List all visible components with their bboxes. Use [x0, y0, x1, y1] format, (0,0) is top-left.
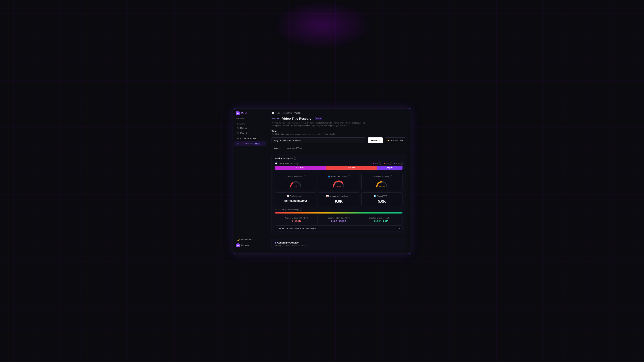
legend-item-1: 40% i — [384, 162, 392, 165]
legend-item-2: 20% i — [394, 162, 402, 165]
theme-icon: 🌙 — [237, 238, 240, 241]
cluster-label: Add to Cluster — [391, 139, 404, 142]
market-analysis-card: Market Analysis i 🕐 Typical Video Length… — [272, 154, 406, 235]
breadcrumb: ⬜ Home › Research › Validate — [272, 112, 406, 114]
page-header: research / Video Title Research BETA Pro… — [272, 117, 406, 127]
sidebar-item-content-clusters[interactable]: ⚇ Content Clusters — [234, 136, 266, 141]
metric-card-market-competition: 👥 Market Competition i High — [318, 173, 359, 190]
gauge-momentum: Low — [278, 179, 313, 188]
legend-dot-2 — [394, 163, 396, 164]
advice-title: Actionable Advice — [277, 241, 298, 244]
metric-card-topic-interest: 📈 Topic Interest i Shrinking Interest — [275, 192, 316, 206]
sidebar-item-outliers[interactable]: ⬡ Outliers — [234, 126, 266, 131]
svg-text:Medium: Medium — [379, 186, 385, 188]
gauge-svg-similarity: Medium — [375, 179, 388, 188]
card-title-row: Market Analysis i — [275, 157, 402, 160]
user-avatar: M — [236, 243, 240, 247]
legend-info-0[interactable]: i — [379, 162, 381, 165]
advice-info-icon: ℹ — [275, 241, 276, 244]
svg-text:High: High — [337, 186, 340, 188]
similarity-label: Content Similarity — [374, 175, 389, 177]
avg-volume-value: 9.6K — [321, 199, 356, 204]
user-item[interactable]: M Mittalmar — [233, 242, 267, 249]
views-cell-good: Good Execution (12.5%) i 31.8K - 312.6K — [318, 215, 360, 224]
metric-label-vpd: 📊 Recent VPD i — [364, 195, 400, 197]
legend-dots: 40% i 40% i 20% i — [373, 162, 402, 165]
legend-info-2[interactable]: i — [400, 162, 402, 165]
page-title: Video Title Research — [282, 117, 313, 120]
competition-info-icon[interactable]: i — [348, 175, 350, 177]
sidebar-section-label: Research — [233, 122, 267, 125]
topic-icon: 📈 — [287, 195, 289, 197]
metric-card-content-similarity: ⊙ Content Similarity i Medium — [362, 173, 402, 190]
sidebar-item-label: Outliers — [240, 127, 247, 129]
research-button[interactable]: Research — [368, 137, 383, 143]
title-research-icon: ⚇ — [237, 142, 239, 145]
legend-item-0: 40% i — [373, 162, 381, 165]
advice-subtitle: Strategic recommendations for success — [275, 245, 402, 247]
breadcrumb-sep2: › — [293, 112, 293, 114]
logo-icon: ▶ — [236, 111, 240, 115]
tab-analysis[interactable]: Analysis — [272, 146, 285, 151]
app-name: Viral — [241, 112, 247, 115]
metric-label-momentum: ↗ Market Momentum i — [278, 175, 313, 177]
logo: ▶ Viral — [233, 111, 267, 118]
app-sub: by Mittalmar — [233, 118, 267, 122]
views-good-label: Good Execution (12.5%) i — [320, 217, 358, 219]
video-length-section: 🕐 Typical Video Length i 40% i 40% i — [275, 162, 402, 170]
legend-label-2: 20% — [396, 163, 400, 164]
bar-long: Long 20% — [377, 166, 402, 170]
vpd-value: 5.0K — [364, 199, 400, 204]
section-subtitle: Provide the title you want to research. … — [272, 133, 406, 135]
avg-volume-label: Average Video Volume — [330, 195, 348, 197]
user-name: Mittalmar — [241, 244, 250, 247]
vpd-info-icon[interactable]: i — [388, 195, 390, 197]
momentum-info-icon[interactable]: i — [304, 175, 306, 177]
breadcrumb-current: Validate — [294, 112, 301, 114]
app-window: ▶ Viral by Mittalmar Research ⬡ Outliers… — [233, 108, 411, 254]
search-row: Research 📁 Add to Cluster — [272, 137, 406, 143]
legend-info-1[interactable]: i — [390, 162, 392, 165]
market-analysis-info-icon[interactable]: i — [294, 157, 296, 160]
title-research-badge: BETA — [254, 143, 260, 145]
breadcrumb-research[interactable]: Research — [283, 112, 292, 114]
views-excellent-info[interactable]: i — [391, 217, 393, 219]
views-info-icon[interactable]: i — [300, 209, 302, 211]
metric-card-avg-volume: 📊 Average Video Volume i 9.6K — [318, 192, 359, 206]
metrics-row-2: 📈 Topic Interest i Shrinking Interest 📊 … — [275, 192, 402, 206]
views-avg-value: 0 - 31.8K — [278, 220, 315, 222]
breadcrumb-home-icon: ⬜ — [272, 112, 274, 114]
similarity-info-icon[interactable]: i — [390, 175, 392, 177]
topic-value: Shrinking Interest — [278, 199, 313, 202]
legend-label-1: 40% — [386, 163, 389, 164]
advice-title-row: ℹ Actionable Advice — [275, 241, 402, 244]
views-label-row: 👁 Views Expectation Range i — [275, 209, 402, 211]
legend-label-0: 40% — [375, 163, 378, 164]
page-description: Provide the video title you want to rese… — [272, 121, 372, 127]
vpd-icon: 📊 — [374, 195, 376, 197]
learn-more-row[interactable]: Learn more about views expectation range… — [275, 225, 402, 231]
topic-info-icon[interactable]: i — [302, 195, 304, 197]
select-theme-item[interactable]: 🌙 Select theme — [234, 237, 266, 242]
select-theme-label: Select theme — [241, 239, 253, 241]
video-length-label-row: 🕐 Typical Video Length i 40% i 40% i — [275, 162, 402, 165]
sidebar-item-favorites[interactable]: ♡ Favorites — [234, 131, 266, 136]
views-cell-average: Average Execution (85%) i 0 - 31.8K — [275, 215, 318, 224]
views-bar — [275, 212, 402, 214]
views-avg-info[interactable]: i — [306, 217, 308, 219]
tab-advanced-view[interactable]: Advanced View — [285, 146, 304, 151]
breadcrumb-home[interactable]: Home — [275, 112, 280, 114]
eye-icon: 👁 — [275, 209, 277, 211]
cluster-icon: 📁 — [387, 139, 390, 142]
video-length-info-icon[interactable]: i — [296, 162, 299, 165]
sidebar-item-title-research[interactable]: ⚇ Title research BETA — [234, 141, 266, 146]
search-input[interactable] — [272, 137, 366, 143]
section-title: Title — [272, 130, 406, 132]
gauge-similarity: Medium — [364, 179, 400, 188]
metric-label-avg-volume: 📊 Average Video Volume i — [321, 195, 356, 197]
avg-volume-info-icon[interactable]: i — [349, 195, 351, 197]
views-good-info[interactable]: i — [348, 217, 350, 219]
sidebar: ▶ Viral by Mittalmar Research ⬡ Outliers… — [233, 108, 267, 254]
similarity-icon: ⊙ — [372, 175, 374, 177]
add-to-cluster-button[interactable]: 📁 Add to Cluster — [385, 137, 406, 143]
